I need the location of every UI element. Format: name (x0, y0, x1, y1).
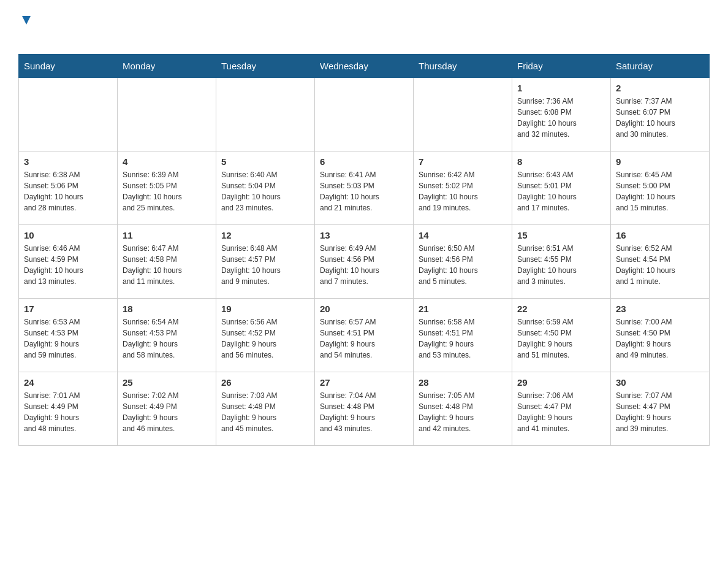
day-info-2: Sunrise: 7:37 AMSunset: 6:07 PMDaylight:… (616, 96, 704, 140)
day-info-19: Sunrise: 6:56 AMSunset: 4:52 PMDaylight:… (221, 316, 309, 361)
day-number-19: 19 (221, 304, 309, 314)
day-number-17: 17 (24, 304, 112, 314)
calendar-cell-w2-d6: 16Sunrise: 6:52 AMSunset: 4:54 PMDayligh… (611, 225, 710, 299)
calendar-cell-w0-d0 (19, 78, 118, 151)
day-number-7: 7 (419, 156, 507, 167)
logo-triangle-icon (20, 13, 33, 27)
calendar-cell-w3-d1: 18Sunrise: 6:54 AMSunset: 4:53 PMDayligh… (118, 299, 216, 372)
day-info-26: Sunrise: 7:03 AMSunset: 4:48 PMDaylight:… (221, 390, 309, 434)
calendar-cell-w3-d2: 19Sunrise: 6:56 AMSunset: 4:52 PMDayligh… (216, 299, 315, 372)
calendar-cell-w2-d0: 10Sunrise: 6:46 AMSunset: 4:59 PMDayligh… (19, 225, 118, 299)
day-number-6: 6 (320, 156, 408, 167)
day-number-26: 26 (221, 377, 309, 388)
calendar-cell-w4-d6: 30Sunrise: 7:07 AMSunset: 4:47 PMDayligh… (611, 372, 710, 446)
week-row-2: 10Sunrise: 6:46 AMSunset: 4:59 PMDayligh… (19, 225, 710, 299)
calendar-cell-w1-d3: 6Sunrise: 6:41 AMSunset: 5:03 PMDaylight… (315, 151, 414, 225)
calendar-cell-w1-d6: 9Sunrise: 6:45 AMSunset: 5:00 PMDaylight… (611, 151, 710, 225)
calendar-cell-w0-d6: 2Sunrise: 7:37 AMSunset: 6:07 PMDaylight… (611, 78, 710, 151)
day-number-29: 29 (517, 377, 605, 388)
calendar-cell-w4-d3: 27Sunrise: 7:04 AMSunset: 4:48 PMDayligh… (315, 372, 414, 446)
day-info-1: Sunrise: 7:36 AMSunset: 6:08 PMDaylight:… (517, 96, 605, 140)
week-row-0: 1Sunrise: 7:36 AMSunset: 6:08 PMDaylight… (19, 78, 710, 151)
calendar-cell-w3-d4: 21Sunrise: 6:58 AMSunset: 4:51 PMDayligh… (414, 299, 512, 372)
calendar-cell-w0-d2 (216, 78, 315, 151)
calendar-cell-w3-d6: 23Sunrise: 7:00 AMSunset: 4:50 PMDayligh… (611, 299, 710, 372)
day-number-3: 3 (24, 156, 112, 167)
calendar-header-row: Sunday Monday Tuesday Wednesday Thursday… (19, 55, 710, 78)
day-number-13: 13 (320, 230, 408, 240)
day-info-22: Sunrise: 6:59 AMSunset: 4:50 PMDaylight:… (517, 316, 605, 361)
day-info-14: Sunrise: 6:50 AMSunset: 4:56 PMDaylight:… (419, 243, 507, 287)
day-number-30: 30 (616, 377, 704, 388)
day-number-18: 18 (123, 304, 211, 314)
svg-marker-0 (22, 16, 31, 25)
day-info-23: Sunrise: 7:00 AMSunset: 4:50 PMDaylight:… (616, 316, 704, 361)
calendar-cell-w4-d1: 25Sunrise: 7:02 AMSunset: 4:49 PMDayligh… (118, 372, 216, 446)
day-info-18: Sunrise: 6:54 AMSunset: 4:53 PMDaylight:… (123, 316, 211, 361)
calendar-cell-w0-d4 (414, 78, 512, 151)
week-row-4: 24Sunrise: 7:01 AMSunset: 4:49 PMDayligh… (19, 372, 710, 446)
day-info-10: Sunrise: 6:46 AMSunset: 4:59 PMDaylight:… (24, 243, 112, 287)
day-number-5: 5 (221, 156, 309, 167)
col-tuesday: Tuesday (216, 55, 315, 78)
calendar-cell-w1-d2: 5Sunrise: 6:40 AMSunset: 5:04 PMDaylight… (216, 151, 315, 225)
day-info-29: Sunrise: 7:06 AMSunset: 4:47 PMDaylight:… (517, 390, 605, 434)
calendar-cell-w4-d4: 28Sunrise: 7:05 AMSunset: 4:48 PMDayligh… (414, 372, 512, 446)
day-number-4: 4 (123, 156, 211, 167)
day-info-3: Sunrise: 6:38 AMSunset: 5:06 PMDaylight:… (24, 169, 112, 213)
calendar-cell-w0-d5: 1Sunrise: 7:36 AMSunset: 6:08 PMDaylight… (512, 78, 611, 151)
calendar-cell-w4-d0: 24Sunrise: 7:01 AMSunset: 4:49 PMDayligh… (19, 372, 118, 446)
week-row-1: 3Sunrise: 6:38 AMSunset: 5:06 PMDaylight… (19, 151, 710, 225)
day-info-28: Sunrise: 7:05 AMSunset: 4:48 PMDaylight:… (419, 390, 507, 434)
day-info-4: Sunrise: 6:39 AMSunset: 5:05 PMDaylight:… (123, 169, 211, 213)
calendar-table: Sunday Monday Tuesday Wednesday Thursday… (18, 54, 710, 446)
col-thursday: Thursday (414, 55, 512, 78)
day-info-11: Sunrise: 6:47 AMSunset: 4:58 PMDaylight:… (123, 243, 211, 287)
day-number-24: 24 (24, 377, 112, 388)
day-number-14: 14 (419, 230, 507, 240)
calendar-cell-w0-d3 (315, 78, 414, 151)
day-number-10: 10 (24, 230, 112, 240)
calendar-cell-w2-d4: 14Sunrise: 6:50 AMSunset: 4:56 PMDayligh… (414, 225, 512, 299)
day-info-15: Sunrise: 6:51 AMSunset: 4:55 PMDaylight:… (517, 243, 605, 287)
day-number-12: 12 (221, 230, 309, 240)
calendar-cell-w1-d4: 7Sunrise: 6:42 AMSunset: 5:02 PMDaylight… (414, 151, 512, 225)
logo (18, 12, 33, 48)
day-number-21: 21 (419, 304, 507, 314)
calendar-cell-w4-d5: 29Sunrise: 7:06 AMSunset: 4:47 PMDayligh… (512, 372, 611, 446)
calendar-cell-w3-d3: 20Sunrise: 6:57 AMSunset: 4:51 PMDayligh… (315, 299, 414, 372)
day-info-5: Sunrise: 6:40 AMSunset: 5:04 PMDaylight:… (221, 169, 309, 213)
day-number-11: 11 (123, 230, 211, 240)
day-number-2: 2 (616, 83, 704, 93)
page-header (18, 12, 710, 48)
calendar-cell-w2-d2: 12Sunrise: 6:48 AMSunset: 4:57 PMDayligh… (216, 225, 315, 299)
day-info-24: Sunrise: 7:01 AMSunset: 4:49 PMDaylight:… (24, 390, 112, 434)
day-info-25: Sunrise: 7:02 AMSunset: 4:49 PMDaylight:… (123, 390, 211, 434)
calendar-cell-w1-d0: 3Sunrise: 6:38 AMSunset: 5:06 PMDaylight… (19, 151, 118, 225)
day-number-22: 22 (517, 304, 605, 314)
calendar-body: 1Sunrise: 7:36 AMSunset: 6:08 PMDaylight… (19, 78, 710, 446)
calendar-cell-w3-d5: 22Sunrise: 6:59 AMSunset: 4:50 PMDayligh… (512, 299, 611, 372)
day-number-15: 15 (517, 230, 605, 240)
col-monday: Monday (118, 55, 216, 78)
day-info-8: Sunrise: 6:43 AMSunset: 5:01 PMDaylight:… (517, 169, 605, 213)
calendar-cell-w2-d1: 11Sunrise: 6:47 AMSunset: 4:58 PMDayligh… (118, 225, 216, 299)
day-number-23: 23 (616, 304, 704, 314)
col-friday: Friday (512, 55, 611, 78)
day-number-9: 9 (616, 156, 704, 167)
week-row-3: 17Sunrise: 6:53 AMSunset: 4:53 PMDayligh… (19, 299, 710, 372)
day-info-30: Sunrise: 7:07 AMSunset: 4:47 PMDaylight:… (616, 390, 704, 434)
day-info-21: Sunrise: 6:58 AMSunset: 4:51 PMDaylight:… (419, 316, 507, 361)
calendar-cell-w1-d5: 8Sunrise: 6:43 AMSunset: 5:01 PMDaylight… (512, 151, 611, 225)
calendar-cell-w1-d1: 4Sunrise: 6:39 AMSunset: 5:05 PMDaylight… (118, 151, 216, 225)
col-saturday: Saturday (611, 55, 710, 78)
day-number-20: 20 (320, 304, 408, 314)
day-number-16: 16 (616, 230, 704, 240)
calendar-cell-w0-d1 (118, 78, 216, 151)
calendar-cell-w2-d5: 15Sunrise: 6:51 AMSunset: 4:55 PMDayligh… (512, 225, 611, 299)
day-info-17: Sunrise: 6:53 AMSunset: 4:53 PMDaylight:… (24, 316, 112, 361)
day-number-8: 8 (517, 156, 605, 167)
day-number-1: 1 (517, 83, 605, 93)
calendar-cell-w2-d3: 13Sunrise: 6:49 AMSunset: 4:56 PMDayligh… (315, 225, 414, 299)
day-info-6: Sunrise: 6:41 AMSunset: 5:03 PMDaylight:… (320, 169, 408, 213)
